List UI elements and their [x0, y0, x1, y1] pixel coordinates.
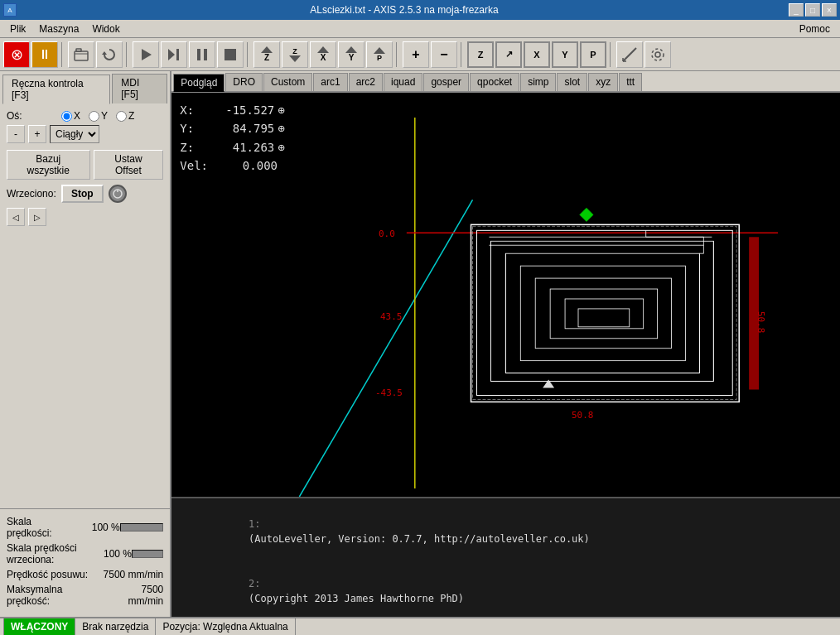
- code-text: 1: (AutoLeveller, Version: 0.7.7, http:/…: [176, 502, 835, 617]
- code-content-1: (Copyright 2013 James Hawthorne PhD): [249, 593, 464, 604]
- code-line-0: 1: (AutoLeveller, Version: 0.7.7, http:/…: [176, 502, 835, 561]
- axis-x-radio[interactable]: [61, 111, 72, 122]
- homey-button[interactable]: Y: [338, 41, 364, 68]
- homez-button[interactable]: Z: [253, 41, 280, 68]
- speed-slider-0[interactable]: [120, 523, 164, 532]
- increment-row: - + Ciągły 0.001 0.01 0.1 1 10: [7, 125, 163, 143]
- cam-y-button[interactable]: Y: [552, 41, 578, 68]
- app-icon: A: [3, 3, 20, 17]
- spindle-stop-button[interactable]: Stop: [61, 185, 104, 203]
- svg-rect-8: [224, 49, 236, 60]
- speed-row-0: Skala prędkości: 100 %: [7, 516, 163, 539]
- stop2-button[interactable]: [217, 41, 244, 68]
- speed-label-3: Maksymalna prędkość:: [7, 584, 105, 607]
- axis-z-option[interactable]: Z: [116, 110, 134, 122]
- speed-slider-1[interactable]: [132, 550, 163, 558]
- svg-marker-3: [142, 49, 152, 60]
- svg-marker-11: [317, 46, 329, 53]
- panel-content: Oś: X Y Z -: [0, 103, 170, 508]
- tab-arc2[interactable]: arc2: [349, 73, 383, 91]
- status-position: Pozycja: Względna Aktualna: [156, 618, 295, 635]
- step-button[interactable]: [161, 41, 187, 68]
- axis-x-option[interactable]: X: [61, 110, 80, 122]
- speed-section: Skala prędkości: 100 % Skala prędkości w…: [0, 508, 170, 617]
- close-button[interactable]: ×: [822, 3, 837, 17]
- toolbar-sep1: [61, 42, 65, 67]
- run-button[interactable]: [133, 41, 159, 68]
- tab-mdi[interactable]: MDI [F5]: [112, 74, 167, 103]
- reload-button[interactable]: [96, 41, 123, 68]
- menu-pomoc[interactable]: Pomoc: [793, 22, 837, 36]
- minimize-button[interactable]: _: [789, 3, 804, 17]
- speed-value-2: 7500 mm/min: [104, 569, 164, 580]
- tab-iquad[interactable]: iquad: [384, 73, 422, 91]
- tab-qpocket[interactable]: qpocket: [470, 73, 519, 91]
- settings-button[interactable]: [644, 41, 671, 68]
- view-tabs: Podgląd DRO Custom arc1 arc2 iquad gospe…: [171, 71, 840, 93]
- decrement-button[interactable]: -: [7, 125, 25, 143]
- bazuj-button[interactable]: Bazuj wszystkie: [7, 150, 90, 180]
- tab-simp[interactable]: simp: [520, 73, 556, 91]
- titlebar: A ALsciezki.txt - AXIS 2.5.3 na moja-fre…: [0, 0, 840, 20]
- tab-gosper[interactable]: gosper: [423, 73, 469, 91]
- code-panel[interactable]: 1: (AutoLeveller, Version: 0.7.7, http:/…: [171, 497, 840, 617]
- svg-text:43.5: 43.5: [380, 311, 402, 322]
- canvas-area[interactable]: X: -15.527 ⊕ Y: 84.795 ⊕ Z: 41.263 ⊕: [171, 93, 840, 497]
- tab-ttt[interactable]: ttt: [619, 73, 642, 91]
- cam-p-button[interactable]: P: [580, 41, 606, 68]
- increment-button[interactable]: +: [28, 125, 46, 143]
- measure-button[interactable]: [616, 41, 643, 68]
- statusbar: WŁĄCZONY Brak narzędzia Pozycja: Względn…: [0, 617, 840, 635]
- nav-left-button[interactable]: ◁: [7, 208, 25, 226]
- axis-y-radio[interactable]: [89, 111, 99, 122]
- toolbar-sep5: [461, 42, 464, 67]
- tab-slot[interactable]: slot: [557, 73, 587, 91]
- tab-custom[interactable]: Custom: [263, 73, 312, 91]
- coord-x-row: X: -15.527 ⊕: [180, 101, 284, 119]
- menu-widok[interactable]: Widok: [85, 22, 126, 36]
- status-tool: Brak narzędzia: [75, 618, 156, 635]
- estop-button[interactable]: ⊗: [3, 41, 30, 68]
- nav-right-button[interactable]: ▷: [28, 208, 46, 226]
- cam-z-button[interactable]: Z: [467, 41, 494, 68]
- coordinates-display: X: -15.527 ⊕ Y: 84.795 ⊕ Z: 41.263 ⊕: [180, 101, 284, 176]
- wrzeciono-row: Wrzeciono: Stop: [7, 185, 163, 203]
- cam-tilted-button[interactable]: ↗: [495, 41, 522, 68]
- small-nav: ◁ ▷: [7, 208, 163, 226]
- pause2-button[interactable]: [189, 41, 215, 68]
- homeall-button[interactable]: P: [366, 41, 393, 68]
- zoom-out-button[interactable]: −: [431, 41, 457, 68]
- left-panel: Ręczna kontrola [F3] MDI [F5] Oś: X Y: [0, 71, 171, 617]
- tab-xyz[interactable]: xyz: [588, 73, 618, 91]
- coord-vel-row: Vel: 0.000: [180, 156, 284, 175]
- tab-dro[interactable]: DRO: [225, 73, 263, 91]
- svg-rect-5: [176, 49, 179, 60]
- open-button[interactable]: [68, 41, 94, 68]
- increment-select[interactable]: Ciągły 0.001 0.01 0.1 1 10: [50, 125, 99, 143]
- svg-text:50.8: 50.8: [572, 410, 593, 421]
- coord-vel-value: 0.000: [211, 156, 278, 175]
- svg-point-17: [655, 52, 660, 57]
- tab-arc1[interactable]: arc1: [313, 73, 347, 91]
- spindle-icon[interactable]: [109, 185, 127, 203]
- menu-plik[interactable]: Plik: [3, 22, 32, 36]
- main-area: Ręczna kontrola [F3] MDI [F5] Oś: X Y: [0, 71, 840, 617]
- toolbar: ⊗ ⏸ Z Z X Y: [0, 38, 840, 71]
- axis-y-option[interactable]: Y: [89, 110, 108, 122]
- tab-podglad[interactable]: Podgląd: [173, 74, 224, 92]
- zoom-in-button[interactable]: +: [403, 41, 429, 68]
- axis-z-radio[interactable]: [116, 111, 127, 122]
- right-panel: Podgląd DRO Custom arc1 arc2 iquad gospe…: [171, 71, 840, 617]
- svg-text:50.8: 50.8: [756, 311, 766, 333]
- offset-button[interactable]: Ustaw Offset: [94, 150, 164, 180]
- window-controls: _ □ ×: [789, 3, 837, 17]
- coord-y-row: Y: 84.795 ⊕: [180, 119, 284, 137]
- maximize-button[interactable]: □: [805, 3, 820, 17]
- axis-section: Oś: X Y Z: [7, 110, 163, 122]
- cam-x-button[interactable]: X: [524, 41, 550, 68]
- homex-button[interactable]: X: [310, 41, 336, 68]
- tab-manual[interactable]: Ręczna kontrola [F3]: [2, 75, 110, 104]
- touchz-button[interactable]: Z: [282, 41, 308, 68]
- menu-maszyna[interactable]: Maszyna: [32, 22, 85, 36]
- pause-button[interactable]: ⏸: [31, 41, 58, 68]
